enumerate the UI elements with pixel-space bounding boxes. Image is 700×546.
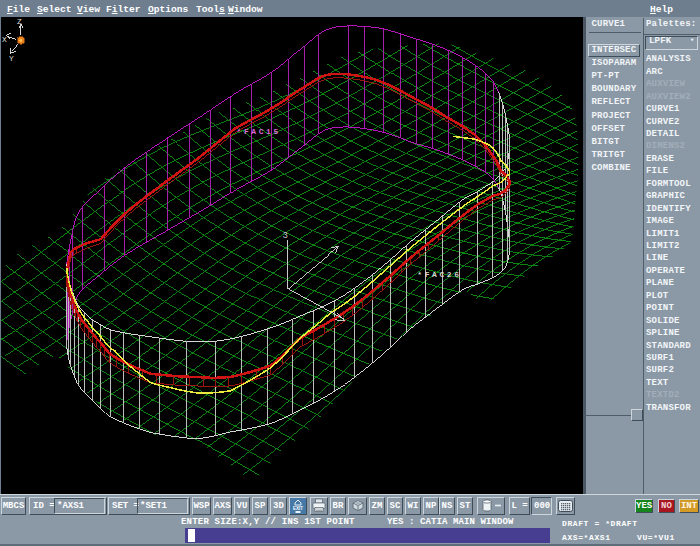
svg-text:*FAC15: *FAC15 [237,127,281,136]
svg-text:Y: Y [9,54,14,63]
svg-text:*FAC26: *FAC26 [417,270,461,279]
svg-text:X: X [2,35,7,44]
svg-text:3: 3 [283,231,288,241]
svg-text:EXIT: EXIT [293,506,303,511]
svg-text:Z: Z [17,17,22,26]
